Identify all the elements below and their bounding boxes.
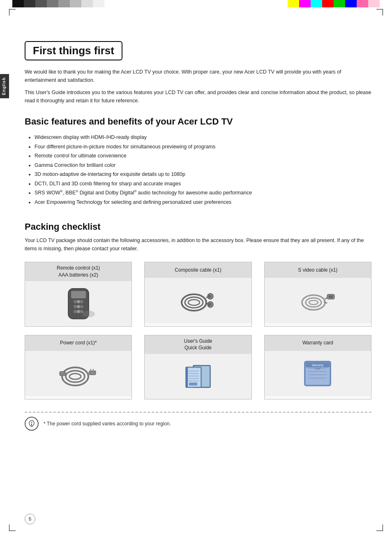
accessory-guide-image [145, 354, 251, 399]
svg-line-26 [325, 298, 327, 299]
page-title: First things first [33, 44, 114, 57]
accessory-warranty-image: Warranty Card [265, 351, 371, 396]
svg-point-10 [77, 310, 80, 313]
color-block-8 [93, 0, 104, 7]
color-block-r7 [357, 0, 368, 7]
list-item: SRS WOW®, BBE® Digital and Dolby Digital… [35, 188, 371, 198]
accessory-guide-label: User's GuideQuick Guide [145, 335, 251, 354]
accessory-svideo: S video cable (x1) [264, 262, 371, 327]
features-title: Basic features and benefits of your Acer… [25, 116, 371, 127]
page-title-box: First things first [25, 41, 122, 60]
svg-text:Card: Card [315, 367, 321, 370]
svg-point-4 [74, 305, 77, 308]
accessory-composite: Composite cable (x1) [144, 262, 251, 327]
main-content: First things first We would like to than… [25, 41, 371, 464]
corner-mark-br [376, 524, 383, 531]
svg-rect-25 [329, 295, 333, 298]
corner-mark-tl [9, 9, 16, 16]
top-bar-right [288, 0, 380, 7]
svg-point-14 [188, 300, 200, 305]
accessory-powercord-image [25, 351, 131, 396]
accessory-remote-image [25, 281, 131, 326]
accessory-remote: Remote control (x1)AAA batteries (x2) [25, 262, 132, 327]
top-bar [0, 0, 392, 7]
svg-point-23 [309, 300, 318, 305]
color-block-3 [35, 0, 47, 7]
color-block-r1 [288, 0, 299, 7]
svg-point-7 [80, 310, 83, 313]
svg-point-13 [185, 297, 203, 308]
svg-rect-35 [60, 372, 65, 376]
svg-point-3 [80, 300, 83, 303]
svg-point-11 [83, 311, 95, 317]
english-tab: English [0, 74, 9, 98]
intro-paragraph-1: We would like to thank you for making th… [25, 68, 371, 84]
svg-point-29 [66, 371, 85, 382]
accessory-composite-label: Composite cable (x1) [145, 262, 251, 278]
svg-point-22 [306, 298, 321, 307]
packing-title: Packing checklist [25, 222, 371, 232]
features-list: Widescreen display with HDMI-/HD-ready d… [25, 133, 371, 207]
color-block-4 [47, 0, 58, 7]
svg-rect-47 [189, 383, 197, 385]
color-block-r8 [368, 0, 380, 7]
list-item: Gamma Correction for brilliant color [35, 161, 371, 170]
note-icon [25, 417, 39, 431]
accessory-powercord: Power cord (x1)* [25, 335, 132, 400]
color-block-7 [81, 0, 93, 7]
list-item: DCTI, DLTI and 3D comb filtering for sha… [35, 179, 371, 189]
color-block-6 [70, 0, 81, 7]
list-item: 3D motion-adaptive de-interlacing for ex… [35, 170, 371, 179]
color-block-r4 [322, 0, 334, 7]
list-item: Acer Empowering Technology for selecting… [35, 198, 371, 207]
svg-text:Warranty: Warranty [312, 364, 324, 367]
packing-description: Your LCD TV package should contain the f… [25, 236, 371, 253]
color-block-r3 [311, 0, 322, 7]
svg-point-8 [77, 300, 80, 303]
accessory-powercord-label: Power cord (x1)* [25, 335, 131, 351]
note-section: * The power cord supplied varies accordi… [25, 412, 371, 431]
color-block-r6 [345, 0, 357, 7]
intro-paragraph-2: This User's Guide introduces you to the … [25, 88, 371, 105]
svg-point-5 [80, 305, 83, 308]
accessory-warranty-label: Warranty card [265, 335, 371, 351]
list-item: Four different picture-in-picture modes … [35, 142, 371, 152]
svg-point-30 [69, 374, 81, 379]
accessory-composite-image [145, 278, 251, 323]
corner-mark-bl [9, 524, 16, 531]
accessory-svideo-label: S video cable (x1) [265, 262, 371, 278]
color-block-r5 [334, 0, 345, 7]
svg-point-9 [77, 305, 80, 308]
svg-point-2 [74, 300, 77, 303]
svg-point-57 [31, 422, 32, 423]
svg-rect-1 [71, 291, 86, 298]
accessory-svideo-image [265, 278, 371, 323]
svg-point-6 [74, 310, 77, 313]
page-number: 6 [25, 514, 35, 524]
svg-rect-46 [186, 367, 188, 388]
color-block-1 [12, 0, 24, 7]
list-item: Remote control for ultimate convenience [35, 151, 371, 161]
accessory-guide: User's GuideQuick Guide [144, 335, 251, 400]
corner-mark-tr [376, 9, 383, 16]
color-block-2 [24, 0, 35, 7]
accessory-warranty: Warranty card Warranty Card [264, 335, 371, 400]
color-block-5 [58, 0, 70, 7]
note-text: * The power cord supplied varies accordi… [44, 421, 171, 427]
color-block-r2 [299, 0, 311, 7]
list-item: Widescreen display with HDMI-/HD-ready d… [35, 133, 371, 142]
accessory-grid: Remote control (x1)AAA batteries (x2) [25, 262, 371, 399]
svg-rect-31 [89, 371, 96, 375]
top-bar-left [12, 0, 104, 7]
accessory-remote-label: Remote control (x1)AAA batteries (x2) [25, 262, 131, 281]
